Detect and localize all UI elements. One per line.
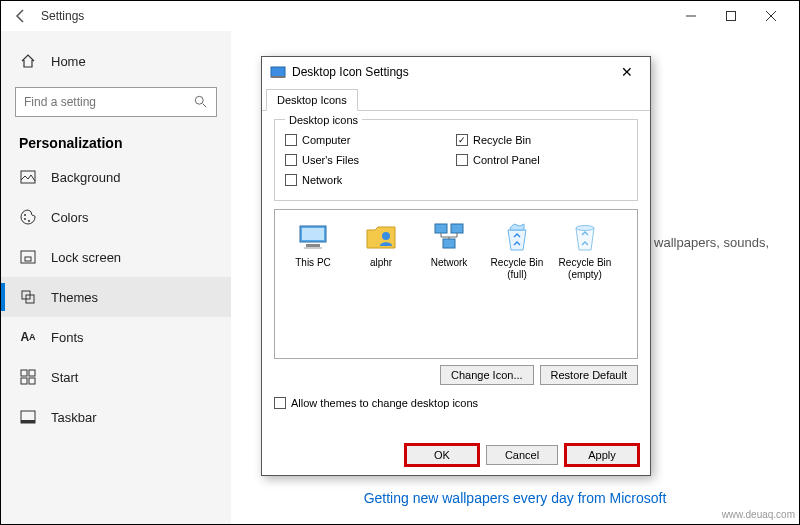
- svg-point-24: [382, 232, 390, 240]
- svg-rect-1: [727, 12, 736, 21]
- svg-rect-17: [21, 420, 35, 423]
- svg-rect-19: [271, 76, 285, 78]
- svg-rect-26: [451, 224, 463, 233]
- recycle-bin-full-icon: [500, 220, 534, 254]
- sidebar-item-taskbar[interactable]: Taskbar: [1, 397, 231, 437]
- svg-point-2: [195, 96, 203, 104]
- change-icon-button[interactable]: Change Icon...: [440, 365, 534, 385]
- themes-icon: [19, 288, 37, 306]
- group-legend: Desktop icons: [285, 114, 362, 126]
- recycle-bin-empty-icon: [568, 220, 602, 254]
- window-title: Settings: [41, 9, 84, 23]
- tab-desktop-icons[interactable]: Desktop Icons: [266, 89, 358, 111]
- back-button[interactable]: [9, 4, 33, 28]
- search-icon: [194, 95, 208, 109]
- icon-recycle-full[interactable]: Recycle Bin (full): [483, 220, 551, 281]
- checkbox-network[interactable]: Network: [285, 170, 456, 190]
- window-close-button[interactable]: [751, 1, 791, 31]
- svg-rect-27: [443, 239, 455, 248]
- sidebar-item-colors[interactable]: Colors: [1, 197, 231, 237]
- palette-icon: [19, 208, 37, 226]
- svg-point-32: [576, 226, 594, 231]
- lockscreen-icon: [19, 248, 37, 266]
- apply-button[interactable]: Apply: [566, 445, 638, 465]
- svg-rect-14: [21, 378, 27, 384]
- icon-recycle-empty[interactable]: Recycle Bin (empty): [551, 220, 619, 281]
- home-item[interactable]: Home: [1, 41, 231, 81]
- sidebar-item-background[interactable]: Background: [1, 157, 231, 197]
- svg-rect-23: [304, 247, 322, 249]
- minimize-button[interactable]: [671, 1, 711, 31]
- svg-rect-21: [302, 228, 324, 240]
- checkbox-computer[interactable]: Computer: [285, 130, 456, 150]
- ok-button[interactable]: OK: [406, 445, 478, 465]
- watermark: www.deuaq.com: [722, 509, 795, 520]
- maximize-button[interactable]: [711, 1, 751, 31]
- restore-default-button[interactable]: Restore Default: [540, 365, 638, 385]
- sidebar-item-themes[interactable]: Themes: [1, 277, 231, 317]
- dialog-close-button[interactable]: ✕: [612, 64, 642, 80]
- taskbar-icon: [19, 408, 37, 426]
- sidebar-item-lockscreen[interactable]: Lock screen: [1, 237, 231, 277]
- this-pc-icon: [296, 220, 330, 254]
- svg-point-6: [24, 218, 26, 220]
- home-icon: [19, 52, 37, 70]
- user-folder-icon: [364, 220, 398, 254]
- sidebar-item-start[interactable]: Start: [1, 357, 231, 397]
- svg-line-3: [203, 104, 207, 108]
- dialog-tabs: Desktop Icons: [262, 87, 650, 111]
- cancel-button[interactable]: Cancel: [486, 445, 558, 465]
- sidebar: Home Personalization Background Colors L…: [1, 31, 231, 524]
- network-icon: [432, 220, 466, 254]
- dialog-icon: [270, 64, 286, 80]
- desktop-icons-group: Desktop icons Computer User's Files Netw…: [274, 119, 638, 201]
- svg-point-7: [28, 220, 30, 222]
- checkbox-allow-themes[interactable]: Allow themes to change desktop icons: [274, 393, 638, 413]
- titlebar: Settings: [1, 1, 799, 31]
- home-label: Home: [51, 54, 86, 69]
- sidebar-item-fonts[interactable]: AA Fonts: [1, 317, 231, 357]
- svg-rect-9: [25, 257, 31, 261]
- svg-rect-18: [271, 67, 285, 77]
- svg-rect-15: [29, 378, 35, 384]
- desktop-icon-settings-dialog: Desktop Icon Settings ✕ Desktop Icons De…: [261, 56, 651, 476]
- svg-rect-12: [21, 370, 27, 376]
- fonts-icon: AA: [19, 328, 37, 346]
- icon-network[interactable]: Network: [415, 220, 483, 281]
- dialog-titlebar: Desktop Icon Settings ✕: [262, 57, 650, 87]
- checkbox-users-files[interactable]: User's Files: [285, 150, 456, 170]
- picture-icon: [19, 168, 37, 186]
- checkbox-recycle-bin[interactable]: ✓Recycle Bin: [456, 130, 627, 150]
- svg-rect-22: [306, 244, 320, 247]
- svg-rect-25: [435, 224, 447, 233]
- search-input[interactable]: [24, 95, 184, 109]
- svg-point-5: [24, 214, 26, 216]
- icon-preview-well[interactable]: This PC alphr Network Recycle Bin (full)…: [274, 209, 638, 359]
- checkbox-control-panel[interactable]: Control Panel: [456, 150, 627, 170]
- dialog-title: Desktop Icon Settings: [292, 65, 409, 79]
- wallpapers-link[interactable]: Getting new wallpapers every day from Mi…: [231, 490, 799, 506]
- search-box[interactable]: [15, 87, 217, 117]
- svg-rect-13: [29, 370, 35, 376]
- icon-alphr[interactable]: alphr: [347, 220, 415, 281]
- icon-this-pc[interactable]: This PC: [279, 220, 347, 281]
- start-icon: [19, 368, 37, 386]
- category-heading: Personalization: [1, 125, 231, 157]
